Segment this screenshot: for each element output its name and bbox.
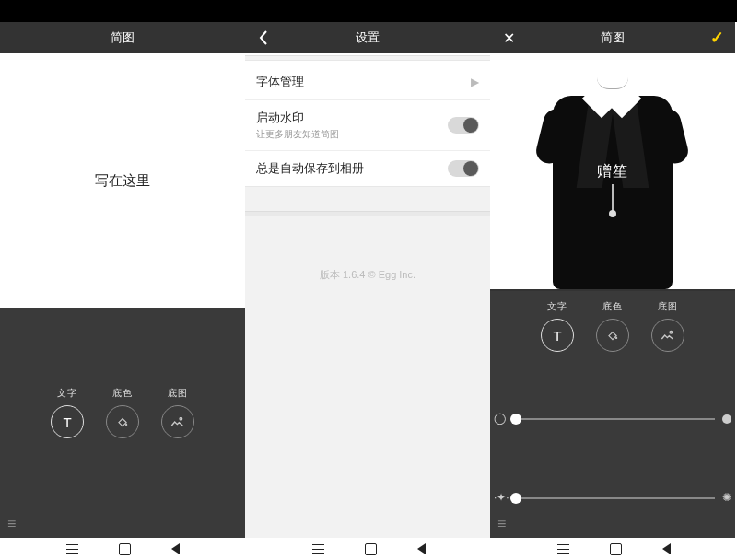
header-bar-1: 简图 <box>0 22 245 53</box>
header-bar-3: ✕ 简图 ✓ <box>490 22 735 53</box>
tool-image-label-3: 底图 <box>658 300 678 313</box>
android-nav-3 <box>491 538 737 560</box>
slider-brightness[interactable]: ·✦· ✺ <box>510 497 715 499</box>
phone-panel-3: ✕ 简图 ✓ 赠笙 文字 T <box>490 22 735 538</box>
android-nav-1 <box>0 538 246 560</box>
settings-watermark-sub: 让更多朋友知道简图 <box>256 128 339 141</box>
tool-text-label-3: 文字 <box>547 300 567 313</box>
header-title-3: 简图 <box>601 29 625 46</box>
canvas-placeholder-text: 写在这里 <box>95 172 150 190</box>
image-icon <box>161 405 194 438</box>
editor-lower-1: 文字 T 底色 底图 <box>0 308 245 538</box>
home-button[interactable] <box>119 543 131 555</box>
slider-thumb-2[interactable] <box>510 493 521 504</box>
brightness-high-icon: ✺ <box>722 491 731 504</box>
settings-row-watermark[interactable]: 启动水印 让更多朋友知道简图 <box>245 99 490 150</box>
paint-bucket-icon <box>106 405 139 438</box>
tool-fill-1[interactable]: 底色 <box>106 387 139 438</box>
android-nav-row <box>0 538 737 560</box>
settings-row-fonts[interactable]: 字体管理 ▶ <box>245 61 490 99</box>
slider-contrast[interactable]: ◯ <box>510 418 715 420</box>
text-icon: T <box>51 405 84 438</box>
tool-fill-label-3: 底色 <box>602 300 623 313</box>
settings-group: 字体管理 ▶ 启动水印 让更多朋友知道简图 总是自动保存到相册 <box>245 60 490 187</box>
svg-point-1 <box>670 331 673 333</box>
settings-body: 字体管理 ▶ 启动水印 让更多朋友知道简图 总是自动保存到相册 <box>245 53 490 538</box>
contrast-low-icon: ◯ <box>494 412 506 425</box>
text-icon: T <box>541 319 574 352</box>
chevron-right-icon: ▶ <box>471 76 479 88</box>
watermark-toggle[interactable] <box>448 117 479 134</box>
settings-row-autosave[interactable]: 总是自动保存到相册 <box>245 150 490 186</box>
divider-bar <box>245 211 490 216</box>
header-bar-2: 设置 <box>245 22 490 53</box>
back-nav-button[interactable] <box>171 543 180 554</box>
home-button[interactable] <box>610 543 622 555</box>
canvas-panel-3[interactable]: 赠笙 <box>490 53 735 291</box>
hamburger-icon-3[interactable]: ≡ <box>497 516 506 532</box>
recent-apps-button[interactable] <box>312 544 324 554</box>
recent-apps-button[interactable] <box>557 544 569 554</box>
slider-thumb-1[interactable] <box>510 414 521 425</box>
home-button[interactable] <box>365 543 377 555</box>
check-icon: ✓ <box>710 28 724 48</box>
canvas-text: 赠笙 <box>597 162 628 181</box>
tool-image-3[interactable]: 底图 <box>651 300 684 352</box>
brightness-low-icon: ·✦· <box>494 491 509 504</box>
header-title-2: 设置 <box>356 29 380 46</box>
chevron-left-icon <box>259 30 268 45</box>
contrast-high-icon <box>722 414 731 424</box>
tool-text-3[interactable]: 文字 T <box>541 300 574 352</box>
settings-fonts-label: 字体管理 <box>256 74 304 90</box>
header-title-1: 简图 <box>111 29 135 46</box>
close-button[interactable]: ✕ <box>490 22 527 53</box>
paint-bucket-icon <box>596 319 629 352</box>
phone-panel-1: 简图 写在这里 文字 T 底色 <box>0 22 245 538</box>
confirm-button[interactable]: ✓ <box>698 22 735 53</box>
tool-fill-label-1: 底色 <box>112 387 133 400</box>
autosave-toggle[interactable] <box>448 160 479 177</box>
tool-text-label-1: 文字 <box>57 387 77 400</box>
image-icon <box>651 319 684 352</box>
tool-text-1[interactable]: 文字 T <box>51 387 84 438</box>
settings-autosave-label: 总是自动保存到相册 <box>256 160 364 177</box>
recent-apps-button[interactable] <box>66 544 78 554</box>
canvas-panel-1[interactable]: 写在这里 <box>0 53 245 308</box>
back-button[interactable] <box>245 22 282 53</box>
back-nav-button[interactable] <box>417 543 426 554</box>
android-nav-2 <box>246 538 492 560</box>
phone-panel-2: 设置 字体管理 ▶ 启动水印 让更多朋友知道简图 <box>245 22 490 538</box>
back-nav-button[interactable] <box>662 543 671 554</box>
editor-lower-3: 文字 T 底色 底图 <box>490 291 735 538</box>
tool-fill-3[interactable]: 底色 <box>596 300 629 352</box>
close-icon: ✕ <box>503 29 515 47</box>
top-black-bar <box>0 0 737 22</box>
hamburger-icon-1[interactable]: ≡ <box>7 516 16 532</box>
settings-watermark-label: 启动水印 <box>256 110 339 126</box>
svg-point-0 <box>180 417 182 420</box>
tool-image-label-1: 底图 <box>168 387 188 400</box>
version-line: 版本 1.6.4 © Egg Inc. <box>245 268 490 282</box>
tool-image-1[interactable]: 底图 <box>161 387 194 438</box>
